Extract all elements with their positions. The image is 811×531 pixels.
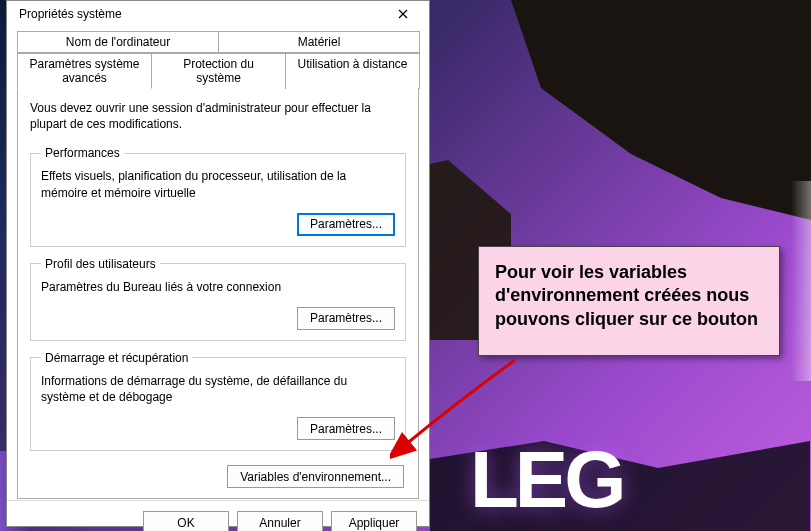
performance-legend: Performances [41,146,124,160]
system-properties-dialog: Propriétés système Nom de l'ordinateur M… [6,0,430,527]
tab-advanced[interactable]: Paramètres système avancés [17,53,152,89]
cancel-button[interactable]: Annuler [237,511,323,531]
titlebar: Propriétés système [7,1,429,27]
performance-desc: Effets visuels, planification du process… [41,168,395,200]
user-profiles-settings-button[interactable]: Paramètres... [297,307,395,330]
user-profiles-desc: Paramètres du Bureau liés à votre connex… [41,279,395,295]
bg-logo-text: LEG [470,434,622,526]
tab-remote[interactable]: Utilisation à distance [285,53,420,89]
bg-rock [511,0,811,220]
close-icon [398,9,408,19]
performance-settings-button[interactable]: Paramètres... [297,213,395,236]
performance-group: Performances Effets visuels, planificati… [30,146,406,246]
tab-strip: Nom de l'ordinateur Matériel Paramètres … [17,31,419,89]
startup-recovery-settings-button[interactable]: Paramètres... [297,417,395,440]
environment-variables-button[interactable]: Variables d'environnement... [227,465,404,488]
tab-hardware[interactable]: Matériel [218,31,420,53]
startup-recovery-group: Démarrage et récupération Informations d… [30,351,406,451]
admin-notice: Vous devez ouvrir une session d'administ… [30,100,406,132]
desktop-background: LEG Propriétés système Nom de l'ordinate… [0,0,811,531]
dialog-button-row: OK Annuler Appliquer [7,500,429,531]
apply-button[interactable]: Appliquer [331,511,417,531]
advanced-tab-panel: Vous devez ouvrir une session d'administ… [17,88,419,499]
annotation-callout: Pour voir les variables d'environnement … [478,246,780,356]
close-button[interactable] [385,1,421,27]
ok-button[interactable]: OK [143,511,229,531]
window-title: Propriétés système [19,7,122,21]
user-profiles-legend: Profil des utilisateurs [41,257,160,271]
startup-recovery-legend: Démarrage et récupération [41,351,192,365]
bg-glow [791,181,811,381]
tab-computer-name[interactable]: Nom de l'ordinateur [17,31,219,53]
tab-system-protection[interactable]: Protection du système [151,53,286,89]
startup-recovery-desc: Informations de démarrage du système, de… [41,373,395,405]
user-profiles-group: Profil des utilisateurs Paramètres du Bu… [30,257,406,341]
